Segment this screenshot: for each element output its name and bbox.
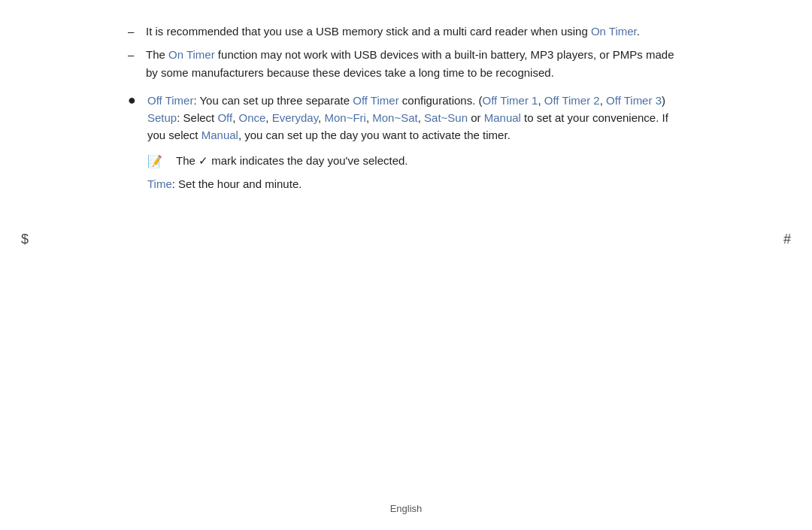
off-timer-label: Off Timer (147, 94, 193, 107)
once-option: Once (238, 111, 265, 124)
on-timer-link-2: On Timer (168, 48, 215, 61)
off-timer-2-link: Off Timer 2 (544, 94, 600, 107)
page-container: $ # – It is recommended that you use a U… (0, 0, 812, 530)
manual-link-2: Manual (201, 129, 238, 141)
satsun-option: Sat~Sun (424, 111, 468, 124)
off-timer-3-link: Off Timer 3 (606, 94, 662, 107)
note-line: 📝 The ✓ mark indicates the day you've se… (147, 152, 684, 171)
time-line: Time: Set the hour and minute. (147, 175, 684, 192)
content-area: – It is recommended that you use a USB m… (98, 23, 714, 193)
side-marker-right: # (783, 229, 791, 250)
bullet-item-off-timer: ● Off Timer: You can set up three separa… (128, 92, 684, 193)
setup-label: Setup (147, 111, 177, 124)
time-label: Time (147, 177, 172, 190)
sub-list: – It is recommended that you use a USB m… (128, 23, 684, 81)
monfri-option: Mon~Fri (324, 111, 365, 124)
sub-list-item-2: – The On Timer function may not work wit… (128, 46, 684, 81)
everyday-option: Everyday (272, 111, 318, 124)
note-text: The ✓ mark indicates the day you've sele… (176, 152, 684, 169)
side-marker-left: $ (21, 229, 29, 250)
monsat-option: Mon~Sat (372, 111, 417, 124)
off-timer-link-inline: Off Timer (353, 94, 398, 107)
on-timer-link-1: On Timer (591, 25, 637, 38)
bullet-symbol: ● (128, 90, 143, 111)
off-timer-1-link: Off Timer 1 (483, 94, 538, 107)
footer-language: English (390, 503, 423, 514)
sub-item-1-text: It is recommended that you use a USB mem… (146, 23, 640, 40)
footer: English (0, 501, 812, 516)
note-icon: 📝 (147, 153, 170, 171)
manual-label: Manual (484, 111, 521, 124)
sub-list-item-1: – It is recommended that you use a USB m… (128, 23, 684, 40)
off-option: Off (217, 111, 232, 124)
dash-1: – (128, 23, 141, 40)
sub-item-2-text: The On Timer function may not work with … (146, 46, 684, 81)
dash-2: – (128, 46, 141, 63)
bullet-content: Off Timer: You can set up three separate… (147, 92, 684, 193)
setup-line: Setup: Select Off, Once, Everyday, Mon~F… (147, 109, 684, 144)
off-timer-line-1: Off Timer: You can set up three separate… (147, 92, 684, 109)
